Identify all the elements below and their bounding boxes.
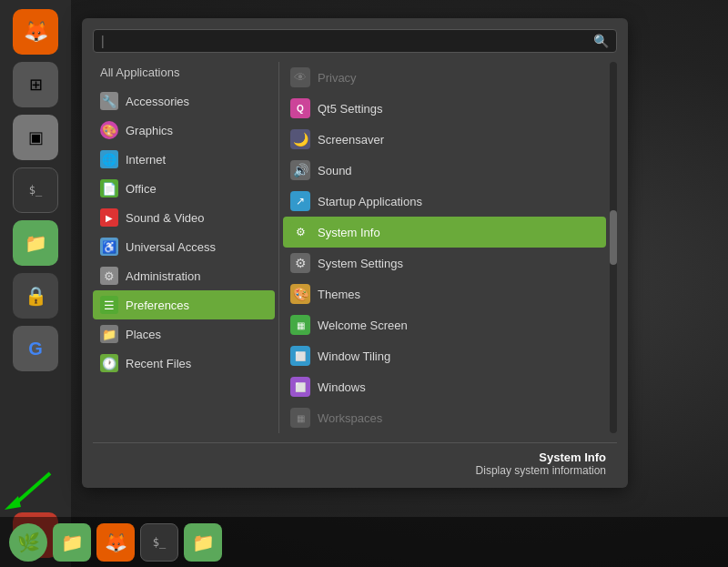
system-settings-label: System Settings: [318, 257, 403, 270]
app-qt5-settings[interactable]: Q Qt5 Settings: [283, 93, 606, 124]
app-startup-applications[interactable]: ↗ Startup Applications: [283, 186, 606, 217]
categories-header: All Applications: [93, 62, 275, 83]
categories-panel: All Applications 🔧 Accessories 🎨 Graphic…: [93, 62, 275, 433]
category-accessories[interactable]: 🔧 Accessories: [93, 86, 275, 116]
status-app-name: System Info: [93, 451, 606, 464]
preferences-icon: ☰: [100, 296, 118, 314]
universal-access-label: Universal Access: [126, 240, 216, 254]
system-info-label: System Info: [318, 226, 380, 239]
themes-icon: 🎨: [290, 284, 310, 304]
app-workspaces[interactable]: ▦ Workspaces: [283, 402, 606, 433]
bottom-files2-icon[interactable]: 📁: [184, 523, 222, 562]
welcome-screen-icon: ▦: [290, 315, 310, 335]
welcome-screen-label: Welcome Screen: [318, 319, 408, 332]
menu-status-bar: System Info Display system information: [93, 442, 617, 477]
category-preferences[interactable]: ☰ Preferences: [93, 290, 275, 319]
scrollbar-thumb[interactable]: [610, 210, 617, 265]
search-icon: 🔍: [593, 34, 609, 48]
app-screensaver[interactable]: 🌙 Screensaver: [283, 124, 606, 155]
app-sound[interactable]: 🔊 Sound: [283, 155, 606, 186]
scrollbar-track[interactable]: [610, 62, 617, 433]
sidebar-db-icon[interactable]: ▣: [13, 115, 58, 160]
universal-access-icon: ♿: [100, 238, 118, 256]
menu-panel: 🔍 All Applications 🔧 Accessories 🎨 Graph…: [82, 18, 628, 488]
sidebar-terminal-icon[interactable]: $_: [13, 167, 58, 213]
sound-video-label: Sound & Video: [126, 211, 205, 225]
sidebar-files-icon[interactable]: 📁: [13, 220, 58, 266]
bottom-files-icon[interactable]: 📁: [53, 523, 91, 562]
menu-content: All Applications 🔧 Accessories 🎨 Graphic…: [93, 62, 617, 433]
bottom-taskbar: 🌿 📁 🦊 $_ 📁: [0, 517, 728, 567]
window-tiling-icon: ⬜: [290, 346, 310, 366]
startup-label: Startup Applications: [318, 195, 422, 208]
office-icon: 📄: [100, 179, 118, 197]
qt5-icon: Q: [290, 98, 310, 118]
green-arrow: [5, 469, 59, 514]
startup-icon: ↗: [290, 191, 310, 211]
windows-icon: ⬜: [290, 377, 310, 397]
sound-label: Sound: [318, 164, 352, 177]
graphics-label: Graphics: [126, 124, 173, 137]
workspaces-icon: ▦: [290, 408, 310, 428]
app-windows[interactable]: ⬜ Windows: [283, 371, 606, 402]
svg-marker-1: [5, 496, 21, 510]
recent-files-icon: 🕐: [100, 354, 118, 372]
places-label: Places: [126, 328, 161, 341]
bottom-firefox-icon[interactable]: 🦊: [96, 523, 135, 562]
app-themes[interactable]: 🎨 Themes: [283, 278, 606, 309]
administration-label: Administration: [126, 269, 200, 283]
status-description: Display system information: [93, 464, 606, 477]
themes-label: Themes: [318, 288, 360, 301]
app-window-tiling[interactable]: ⬜ Window Tiling: [283, 340, 606, 371]
category-recent-files[interactable]: 🕐 Recent Files: [93, 349, 275, 378]
places-icon: 📁: [100, 325, 118, 343]
window-tiling-label: Window Tiling: [318, 349, 390, 363]
qt5-label: Qt5 Settings: [318, 102, 383, 116]
sound-icon: 🔊: [290, 160, 310, 180]
divider: [278, 62, 279, 433]
accessories-icon: 🔧: [100, 92, 118, 110]
graphics-icon: 🎨: [100, 121, 118, 139]
office-label: Office: [126, 182, 157, 196]
app-system-settings[interactable]: ⚙ System Settings: [283, 248, 606, 278]
category-places[interactable]: 📁 Places: [93, 319, 275, 349]
administration-icon: ⚙: [100, 267, 118, 285]
sound-video-icon: ▶: [100, 208, 118, 227]
recent-files-label: Recent Files: [126, 357, 191, 370]
privacy-label: Privacy: [318, 71, 357, 85]
preferences-label: Preferences: [126, 299, 189, 312]
search-input[interactable]: [101, 34, 588, 48]
bottom-terminal-icon[interactable]: $_: [140, 523, 178, 562]
accessories-label: Accessories: [126, 95, 189, 108]
sidebar-firefox-icon[interactable]: 🦊: [13, 9, 58, 55]
internet-label: Internet: [126, 153, 166, 167]
category-universal-access[interactable]: ♿ Universal Access: [93, 232, 275, 261]
screensaver-label: Screensaver: [318, 133, 384, 147]
system-info-icon: ⚙: [290, 222, 310, 242]
app-system-info[interactable]: ⚙ System Info: [283, 217, 606, 248]
sidebar-g-icon[interactable]: G: [13, 326, 58, 371]
privacy-icon: 👁: [290, 67, 310, 87]
category-internet[interactable]: 🌐 Internet: [93, 145, 275, 174]
screensaver-icon: 🌙: [290, 129, 310, 149]
search-bar: 🔍: [93, 29, 617, 53]
sidebar-grid-icon[interactable]: ⊞: [13, 62, 58, 107]
app-welcome-screen[interactable]: ▦ Welcome Screen: [283, 309, 606, 340]
internet-icon: 🌐: [100, 150, 118, 168]
windows-label: Windows: [318, 380, 366, 394]
sidebar-lock-icon[interactable]: 🔒: [13, 273, 58, 319]
workspaces-label: Workspaces: [318, 411, 382, 425]
category-graphics[interactable]: 🎨 Graphics: [93, 116, 275, 145]
system-settings-icon: ⚙: [290, 253, 310, 273]
apps-panel: 👁 Privacy Q Qt5 Settings 🌙 Screensaver 🔊…: [283, 62, 617, 433]
category-administration[interactable]: ⚙ Administration: [93, 261, 275, 290]
app-privacy[interactable]: 👁 Privacy: [283, 62, 606, 93]
category-sound-video[interactable]: ▶ Sound & Video: [93, 203, 275, 232]
bottom-mint-icon[interactable]: 🌿: [9, 523, 47, 562]
category-office[interactable]: 📄 Office: [93, 174, 275, 203]
